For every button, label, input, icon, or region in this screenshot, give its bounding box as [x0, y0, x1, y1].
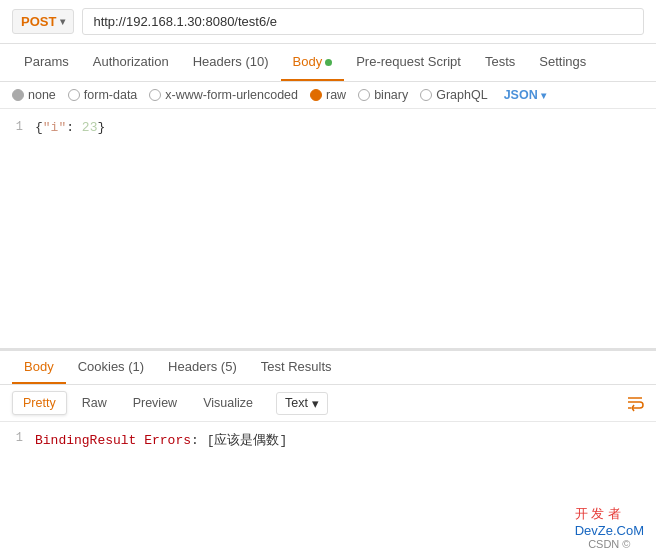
text-type-dropdown[interactable]: Text ▾ [276, 392, 328, 415]
method-select[interactable]: POST ▾ [12, 9, 74, 34]
response-tabs: Body Cookies (1) Headers (5) Test Result… [0, 351, 656, 385]
response-format-row: Pretty Raw Preview Visualize Text ▾ [0, 385, 656, 422]
radio-binary[interactable]: binary [358, 88, 408, 102]
request-body-editor[interactable]: 1 {"i": 23} [0, 109, 656, 349]
url-input[interactable] [82, 8, 644, 35]
line-number-1: 1 [0, 120, 35, 134]
resp-tab-cookies[interactable]: Cookies (1) [66, 351, 156, 384]
radio-x-www[interactable]: x-www-form-urlencoded [149, 88, 298, 102]
fmt-visualize[interactable]: Visualize [192, 391, 264, 415]
url-bar: POST ▾ [0, 0, 656, 44]
fmt-preview[interactable]: Preview [122, 391, 188, 415]
tab-authorization[interactable]: Authorization [81, 44, 181, 81]
editor-line-1: 1 {"i": 23} [0, 119, 656, 136]
radio-circle-graphql [420, 89, 432, 101]
radio-form-data[interactable]: form-data [68, 88, 138, 102]
method-label: POST [21, 14, 56, 29]
fmt-pretty[interactable]: Pretty [12, 391, 67, 415]
line-content-1: {"i": 23} [35, 120, 656, 135]
tab-headers[interactable]: Headers (10) [181, 44, 281, 81]
resp-line-1: 1 BindingResult Errors: [应该是偶数] [0, 430, 656, 450]
body-active-dot [325, 59, 332, 66]
radio-circle-x-www [149, 89, 161, 101]
body-type-row: none form-data x-www-form-urlencoded raw… [0, 82, 656, 109]
watermark-small: CSDN © [575, 538, 644, 550]
resp-tab-headers[interactable]: Headers (5) [156, 351, 249, 384]
tab-settings[interactable]: Settings [527, 44, 598, 81]
radio-raw[interactable]: raw [310, 88, 346, 102]
watermark: 开 发 者 DevZe.CoM CSDN © [575, 505, 644, 550]
radio-circle-binary [358, 89, 370, 101]
wrap-icon[interactable] [626, 394, 644, 412]
tab-params[interactable]: Params [12, 44, 81, 81]
resp-line-number-1: 1 [0, 431, 35, 445]
response-section: Body Cookies (1) Headers (5) Test Result… [0, 349, 656, 458]
tab-body[interactable]: Body [281, 44, 345, 81]
radio-circle-none [12, 89, 24, 101]
watermark-red: 开 发 者 [575, 505, 621, 523]
response-body: 1 BindingResult Errors: [应该是偶数] [0, 422, 656, 458]
resp-tab-body[interactable]: Body [12, 351, 66, 384]
watermark-blue: DevZe.CoM [575, 523, 644, 538]
main-tabs: Params Authorization Headers (10) Body P… [0, 44, 656, 82]
json-type-selector[interactable]: JSON ▾ [504, 88, 546, 102]
resp-line-content-1: BindingResult Errors: [应该是偶数] [35, 431, 656, 449]
radio-graphql[interactable]: GraphQL [420, 88, 487, 102]
fmt-raw[interactable]: Raw [71, 391, 118, 415]
radio-circle-raw [310, 89, 322, 101]
radio-none[interactable]: none [12, 88, 56, 102]
tab-tests[interactable]: Tests [473, 44, 527, 81]
radio-circle-form-data [68, 89, 80, 101]
resp-tab-test-results[interactable]: Test Results [249, 351, 344, 384]
tab-pre-request[interactable]: Pre-request Script [344, 44, 473, 81]
method-chevron: ▾ [60, 16, 65, 27]
